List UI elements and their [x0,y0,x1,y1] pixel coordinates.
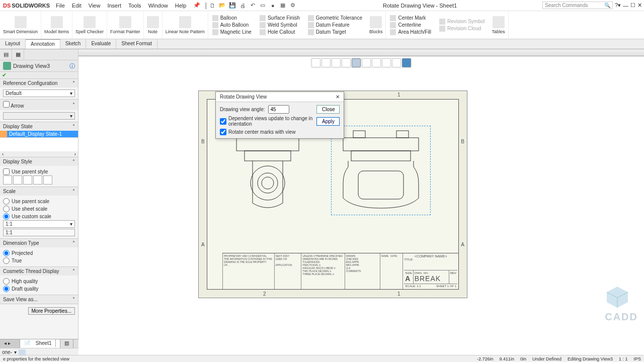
hlr-icon[interactable] [13,175,22,185]
ribbon-note[interactable]: Note [144,11,163,39]
tab-sheet-format[interactable]: Sheet Format [116,39,157,49]
scale-text[interactable]: 1:1 [3,229,75,236]
ribbon-centerline[interactable]: Centerline [388,22,433,28]
edit-appearance-icon[interactable] [372,58,381,67]
tree-tab-icon[interactable]: ▤ [0,49,12,60]
ribbon-smart-dimension[interactable]: Smart Dimension [0,11,41,39]
ribbon-auto-balloon[interactable]: Auto Balloon [210,22,254,28]
canvas[interactable]: 2 1 2 1 B A B A [78,49,644,340]
rebuild-icon[interactable]: ● [268,2,277,10]
menu-view[interactable]: View [86,1,104,10]
use-custom-scale-radio[interactable] [3,213,10,220]
shaded-icon[interactable] [43,175,52,185]
menu-insert[interactable]: Insert [104,1,124,10]
ribbon-linear-note-pattern[interactable]: Linear Note Pattern [163,11,208,39]
section-thread[interactable]: Cosmetic Thread Display˄ [0,267,78,276]
section-scale[interactable]: Scale˄ [0,187,78,196]
angle-input[interactable] [268,105,289,114]
shaded-edges-icon[interactable] [33,175,42,185]
select-icon[interactable]: ▭ [258,2,267,10]
ribbon-hole-callout[interactable]: Hole Callout [258,29,302,35]
dependent-views-checkbox[interactable] [220,118,226,125]
prop-tab-icon[interactable]: ▦ [12,49,24,60]
tab-layout[interactable]: Layout [0,39,26,49]
ok-icon[interactable]: ✔ [2,72,7,78]
ribbon-weld-symbol[interactable]: Weld Symbol [258,22,302,28]
ribbon-balloon[interactable]: Balloon [210,15,254,21]
close-button[interactable]: Close [316,105,340,114]
scroll-right-icon[interactable]: › [74,151,76,157]
display-style-toolbar-icon[interactable] [352,58,361,67]
high-quality-radio[interactable] [3,278,10,285]
ribbon-spell-checker[interactable]: Spell Checker [72,11,107,39]
hide-show-icon[interactable] [362,58,371,67]
arrow-checkbox[interactable] [3,101,10,108]
projected-radio[interactable] [3,250,10,256]
ribbon-center-mark[interactable]: Center Mark [388,15,433,21]
zoom-area-icon[interactable] [321,58,331,67]
ribbon-magnetic-line[interactable]: Magnetic Line [210,29,254,35]
section-save-as[interactable]: Save View as...˅ [0,295,78,304]
menu-window[interactable]: Window [145,1,171,10]
use-parent-style-checkbox[interactable] [3,168,10,175]
sheet-tabs-nav[interactable]: ◂ ▸ [0,339,20,348]
display-state-item[interactable]: Default_Display State-1 [7,131,78,137]
sheet-tab-1[interactable]: 📄 Sheet1 [20,339,60,348]
use-sheet-scale-radio[interactable] [3,206,10,212]
tab-sketch[interactable]: Sketch [60,39,87,49]
ribbon-surface-finish[interactable]: Surface Finish [258,15,302,21]
minimize-icon[interactable]: — [623,3,628,9]
drawing-view-1[interactable] [227,128,308,213]
add-sheet-icon[interactable]: ▧ [60,339,73,348]
use-parent-scale-radio[interactable] [3,198,10,205]
section-view-icon[interactable] [342,58,351,67]
ribbon-blocks[interactable]: Blocks [366,11,386,39]
options-icon[interactable]: ▦ [278,2,287,10]
scroll-left-icon[interactable]: ‹ [2,151,4,157]
true-radio[interactable] [3,257,10,264]
pin-icon[interactable]: 📌 [193,2,200,9]
section-display-style[interactable]: Display Style˄ [0,157,78,166]
menu-edit[interactable]: Edit [69,1,85,10]
prev-view-icon[interactable] [332,58,341,67]
more-properties-button[interactable]: More Properties... [28,307,75,315]
ribbon-revision-cloud[interactable]: Revision Cloud [437,26,487,32]
menu-file[interactable]: File [53,1,68,10]
section-arrow[interactable]: Arrow˄ [0,100,78,110]
help-icon[interactable]: ?▾ [615,2,621,9]
maximize-icon[interactable]: ☐ [630,2,635,9]
menu-help[interactable]: Help [172,1,190,10]
close-icon[interactable]: ✕ [637,2,642,9]
ribbon-area-hatch[interactable]: Area Hatch/Fill [388,29,433,35]
ribbon-model-items[interactable]: Model Items [41,11,72,39]
ribbon-geometric-tolerance[interactable]: Geometric Tolerance [306,15,364,21]
undo-icon[interactable]: ↶ [248,2,257,10]
ribbon-datum-feature[interactable]: Datum Feature [306,22,364,28]
save-icon[interactable]: 💾 [228,2,237,10]
zoom-fit-icon[interactable] [311,58,320,67]
new-icon[interactable]: 🗋 [208,2,217,10]
hlv-icon[interactable] [23,175,32,185]
tab-evaluate[interactable]: Evaluate [86,39,116,49]
plane-icon[interactable] [19,349,26,355]
section-ref-config[interactable]: Reference Configuration˄ [0,79,78,87]
ribbon-format-painter[interactable]: Format Painter [107,11,144,39]
tab-annotation[interactable]: Annotation [26,39,60,49]
wireframe-icon[interactable] [3,175,12,185]
ribbon-datum-target[interactable]: Datum Target [306,29,364,35]
arrow-combo[interactable]: ▾ [3,112,75,120]
draft-quality-radio[interactable] [3,286,10,292]
section-dim-type[interactable]: Dimension Type˄ [0,239,78,247]
rotate-center-marks-checkbox[interactable] [220,129,226,135]
apply-button[interactable]: Apply [316,117,340,126]
view-orientation-icon[interactable] [402,58,411,67]
view-settings-icon[interactable] [392,58,401,67]
section-display-state[interactable]: Display State˄ [0,122,78,131]
ribbon-tables[interactable]: Tables [489,11,509,39]
search-commands[interactable]: Search Commands 🔍 [542,2,613,9]
drawing-view-3[interactable] [333,128,429,213]
help-panel-icon[interactable]: ⓘ [69,62,75,70]
menu-tools[interactable]: Tools [125,1,144,10]
print-icon[interactable]: 🖨 [238,2,247,10]
scale-combo[interactable]: 1:1▾ [3,220,75,228]
